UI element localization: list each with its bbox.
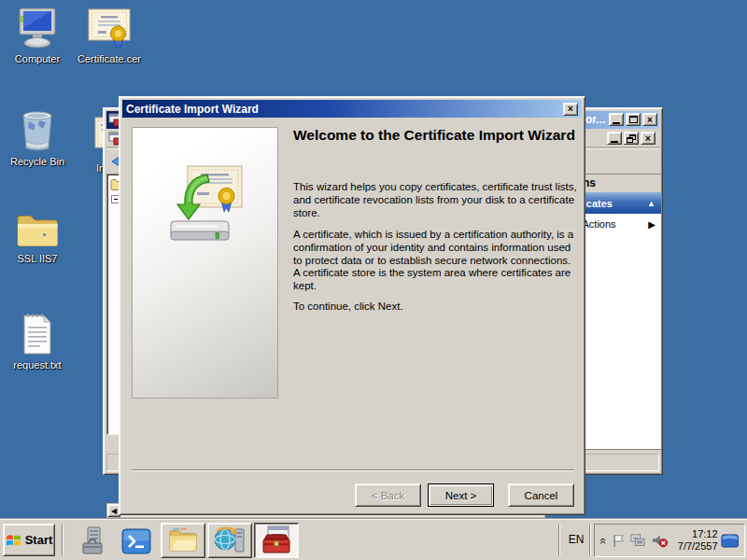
collapse-icon[interactable]: ▲ [647, 199, 655, 208]
tray-separator [558, 525, 560, 555]
next-button[interactable]: Next > [428, 483, 494, 507]
submenu-arrow-icon: ▶ [648, 219, 655, 230]
taskbar: Start [0, 519, 747, 560]
wizard-separator [132, 469, 574, 471]
tray-date: 7/7/2557 [675, 540, 718, 553]
certificate-icon [86, 7, 133, 50]
wizard-titlebar[interactable]: Certificate Import Wizard × [122, 100, 582, 118]
wizard-watermark-panel [132, 127, 278, 399]
wizard-paragraph: This wizard helps you copy certificates,… [293, 181, 578, 219]
desktop: Computer Certificate.cer Recycle Bin [0, 0, 747, 560]
desktop-icon-label: request.txt [0, 359, 75, 371]
mmc-window-title: or... [585, 113, 605, 126]
certificate-import-graphic [163, 163, 247, 249]
explorer-task-button[interactable] [161, 523, 205, 558]
wizard-title: Certificate Import Wizard [126, 103, 259, 116]
tray-clock[interactable]: 17:12 7/7/2557 [675, 528, 718, 553]
desktop-icon-label: Recycle Bin [0, 156, 75, 167]
desktop-icon-label: Computer [0, 53, 75, 64]
mmc-task-button[interactable] [254, 523, 299, 558]
desktop-icon-ssl-iis7[interactable]: SSL IIS7 [0, 211, 75, 264]
action-center-flag-icon[interactable] [612, 533, 625, 549]
show-desktop-icon[interactable] [721, 533, 739, 549]
recycle-bin-icon [18, 108, 57, 153]
wizard-paragraph: To continue, click Next. [293, 301, 578, 314]
desktop-icon-request-txt[interactable]: request.txt [0, 312, 75, 371]
start-label: Start [25, 533, 53, 547]
cancel-button[interactable]: Cancel [508, 483, 574, 507]
system-tray: « 17:12 7/7/2557 [594, 524, 745, 557]
start-button[interactable]: Start [3, 524, 55, 556]
desktop-icon-certificate-cer[interactable]: Certificate.cer [72, 7, 147, 64]
desktop-icon-label: SSL IIS7 [0, 253, 75, 264]
certificate-import-wizard-dialog[interactable]: Certificate Import Wizard × [119, 96, 585, 515]
powershell-icon[interactable] [121, 528, 151, 554]
desktop-icon-computer[interactable]: Computer [0, 7, 75, 64]
iis-manager-icon [213, 525, 247, 555]
mmc-child-close-button[interactable]: × [641, 132, 655, 145]
mmc-close-button[interactable]: × [642, 113, 657, 126]
wizard-close-button[interactable]: × [563, 103, 578, 116]
wizard-heading: Welcome to the Certificate Import Wizard [293, 126, 581, 144]
tray-expand-chevron-icon[interactable]: « [597, 535, 611, 546]
audio-muted-icon[interactable] [652, 533, 669, 549]
desktop-icon-recycle-bin[interactable]: Recycle Bin [0, 108, 75, 167]
computer-icon [15, 7, 60, 50]
language-indicator[interactable]: EN [564, 527, 588, 552]
taskbar-separator [62, 525, 63, 555]
mmc-toolbox-icon [261, 525, 292, 555]
network-icon[interactable] [630, 533, 646, 549]
mmc-child-restore-button[interactable] [624, 132, 639, 145]
back-button[interactable]: < Back [355, 483, 421, 507]
windows-logo-icon [6, 532, 21, 548]
folder-icon [15, 211, 60, 250]
desktop-icon-label: Certificate.cer [72, 53, 147, 64]
iis-task-button[interactable] [207, 523, 252, 558]
text-file-icon [20, 312, 55, 357]
mmc-child-minimize-button[interactable] [607, 132, 622, 145]
mmc-minimize-button[interactable] [609, 113, 624, 126]
tray-time: 17:12 [675, 528, 718, 540]
explorer-folder-icon [167, 527, 199, 553]
mmc-maximize-button[interactable] [626, 113, 641, 126]
tray-separator [589, 525, 591, 555]
wizard-paragraph: A certificate, which is issued by a cert… [293, 229, 578, 293]
server-manager-icon[interactable] [80, 526, 108, 556]
